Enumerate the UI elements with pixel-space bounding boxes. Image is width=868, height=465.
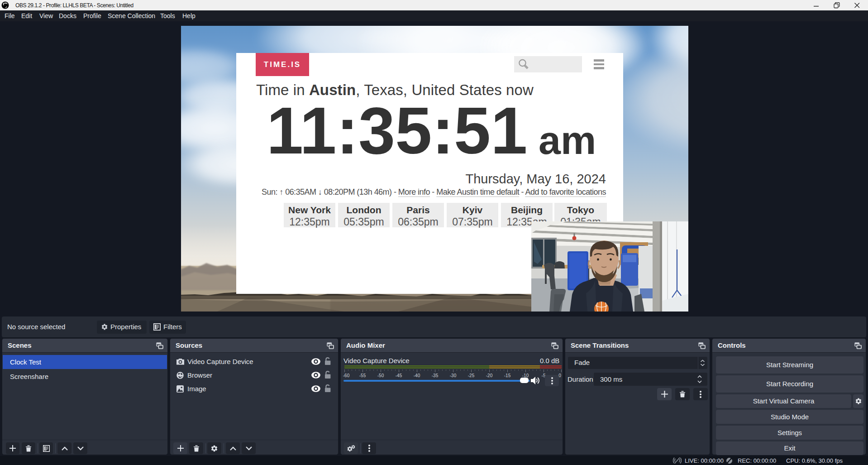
svg-text:-55: -55 (359, 373, 366, 378)
svg-text:-25: -25 (468, 373, 475, 378)
svg-text:-35: -35 (432, 373, 439, 378)
svg-text:-50: -50 (377, 373, 384, 378)
svg-text:-45: -45 (396, 373, 402, 378)
svg-text:-30: -30 (450, 373, 457, 378)
svg-text:-40: -40 (414, 373, 420, 378)
svg-text:-60: -60 (343, 373, 350, 378)
svg-text:0: 0 (558, 373, 561, 378)
svg-text:-20: -20 (486, 373, 493, 378)
svg-text:-15: -15 (504, 373, 511, 378)
